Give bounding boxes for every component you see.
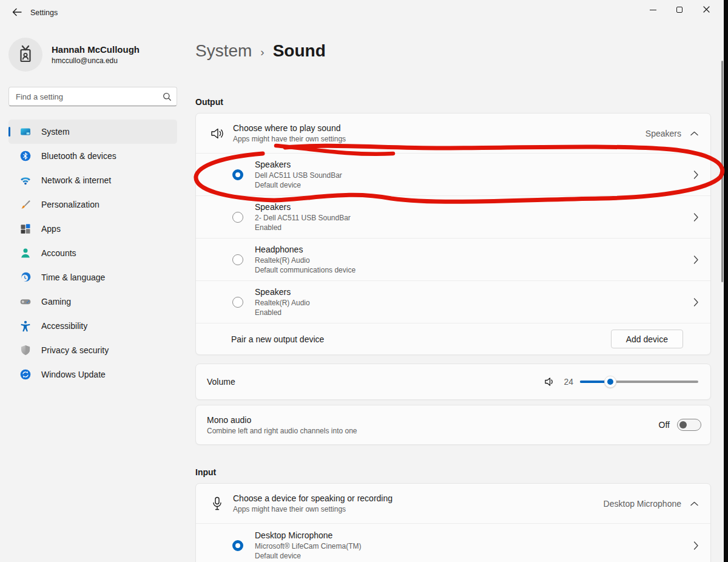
sidebar-item-accessibility[interactable]: Accessibility (8, 314, 177, 338)
window-controls (639, 0, 720, 19)
volume-slider-thumb[interactable] (604, 376, 616, 388)
breadcrumb-parent[interactable]: System (195, 41, 252, 61)
network-icon (19, 174, 32, 186)
breadcrumb: System › Sound (195, 41, 711, 61)
volume-row: Volume 24 (196, 364, 710, 399)
profile: Hannah McCullough hmccullo@unca.edu (8, 38, 177, 72)
sidebar-item-label: Accounts (41, 248, 76, 258)
radio-selected[interactable] (232, 540, 243, 551)
main-content: System › Sound Output Choose where to pl… (182, 24, 728, 562)
profile-name: Hannah McCullough (52, 44, 140, 55)
device-description: Realtek(R) Audio (255, 256, 693, 265)
chevron-right-icon[interactable] (693, 298, 698, 306)
output-device-row-speakers-realtek[interactable]: Speakers Realtek(R) Audio Enabled (196, 280, 710, 323)
search-input[interactable] (16, 92, 163, 101)
device-status: Enabled (255, 308, 693, 317)
mono-audio-toggle[interactable] (677, 419, 701, 431)
minimize-icon (650, 10, 656, 10)
sidebar-item-network-internet[interactable]: Network & internet (8, 168, 177, 192)
sidebar-item-label: Bluetooth & devices (41, 151, 116, 161)
sidebar-item-label: Windows Update (41, 370, 106, 379)
windows-update-icon (19, 368, 32, 381)
sidebar-item-label: Apps (41, 224, 61, 234)
accessibility-icon (19, 320, 32, 332)
volume-slider[interactable] (580, 376, 698, 388)
sidebar-item-gaming[interactable]: Gaming (8, 289, 177, 314)
device-name: Speakers (255, 287, 693, 297)
accounts-icon (19, 247, 32, 259)
maximize-button[interactable] (666, 0, 693, 19)
add-device-button[interactable]: Add device (611, 330, 683, 348)
search-box[interactable] (8, 87, 177, 106)
chevron-right-icon[interactable] (693, 256, 698, 264)
sidebar-item-apps[interactable]: Apps (8, 217, 177, 241)
sidebar: Hannah McCullough hmccullo@unca.edu Syst… (0, 24, 182, 562)
device-name: Speakers (255, 160, 693, 169)
volume-card: Volume 24 (195, 364, 711, 400)
output-card: Choose where to play sound Apps might ha… (195, 113, 711, 355)
sidebar-item-label: Accessibility (41, 321, 87, 331)
chevron-right-icon[interactable] (693, 213, 698, 222)
output-chooser-header[interactable]: Choose where to play sound Apps might ha… (196, 113, 710, 153)
sidebar-item-accounts[interactable]: Accounts (8, 241, 177, 265)
output-device-row-speakers-dell[interactable]: Speakers Dell AC511 USB SoundBar Default… (196, 153, 710, 195)
radio-selected[interactable] (232, 169, 243, 180)
sidebar-item-label: Personalization (41, 200, 99, 209)
device-description: Microsoft® LifeCam Cinema(TM) (255, 542, 693, 550)
output-device-row-speakers-dell-2[interactable]: Speakers 2- Dell AC511 USB SoundBar Enab… (196, 195, 710, 238)
titlebar: Settings (0, 0, 728, 24)
apps-icon (19, 223, 32, 235)
back-button[interactable] (7, 5, 27, 22)
device-status: Default communications device (255, 266, 693, 274)
gaming-icon (19, 296, 32, 308)
close-icon (703, 4, 710, 15)
radio-unselected[interactable] (232, 212, 243, 223)
sidebar-item-privacy-security[interactable]: Privacy & security (8, 338, 177, 362)
sidebar-item-label: Gaming (41, 297, 71, 306)
chevron-up-icon[interactable] (690, 501, 698, 506)
output-chooser-value: Speakers (645, 129, 681, 138)
sidebar-nav: System Bluetooth & devices Network & int… (8, 120, 177, 387)
sidebar-item-bluetooth-devices[interactable]: Bluetooth & devices (8, 144, 177, 168)
search-icon[interactable] (163, 92, 172, 101)
page-title: Sound (273, 41, 326, 61)
mono-audio-card: Mono audio Combine left and right audio … (195, 405, 711, 445)
input-section-label: Input (195, 467, 711, 477)
sidebar-item-time-language[interactable]: Time & language (8, 265, 177, 289)
time-language-icon (19, 271, 32, 283)
screen-edge-strip (724, 0, 728, 562)
sidebar-item-label: Privacy & security (41, 345, 109, 355)
bluetooth-icon (19, 150, 32, 162)
breadcrumb-separator-icon: › (260, 46, 264, 59)
chevron-right-icon[interactable] (693, 171, 698, 179)
device-status: Enabled (255, 223, 693, 232)
mono-audio-state: Off (659, 420, 670, 430)
microphone-icon (209, 496, 225, 511)
minimize-button[interactable] (639, 0, 666, 19)
chevron-up-icon[interactable] (690, 131, 698, 136)
pair-device-row: Pair a new output device Add device (196, 323, 710, 354)
device-status: Default device (255, 552, 693, 560)
radio-unselected[interactable] (232, 254, 243, 265)
sidebar-item-windows-update[interactable]: Windows Update (8, 362, 177, 387)
back-arrow-icon (12, 8, 22, 19)
device-name: Speakers (255, 202, 693, 212)
profile-email: hmccullo@unca.edu (52, 56, 140, 65)
input-chooser-subtitle: Apps might have their own settings (233, 505, 604, 513)
close-button[interactable] (693, 0, 720, 19)
input-card: Choose a device for speaking or recordin… (195, 483, 711, 562)
input-chooser-header[interactable]: Choose a device for speaking or recordin… (196, 484, 710, 523)
output-section-label: Output (195, 97, 711, 107)
radio-unselected[interactable] (232, 297, 243, 308)
mono-audio-title: Mono audio (207, 415, 659, 425)
scrollbar-thumb[interactable] (721, 61, 723, 282)
volume-speaker-icon[interactable] (544, 377, 554, 387)
device-description: 2- Dell AC511 USB SoundBar (255, 214, 693, 222)
output-device-row-headphones[interactable]: Headphones Realtek(R) Audio Default comm… (196, 238, 710, 280)
device-description: Realtek(R) Audio (255, 299, 693, 307)
sidebar-item-label: System (41, 127, 70, 137)
input-device-row-desktop-microphone[interactable]: Desktop Microphone Microsoft® LifeCam Ci… (196, 523, 710, 562)
sidebar-item-personalization[interactable]: Personalization (8, 192, 177, 217)
sidebar-item-system[interactable]: System (8, 120, 177, 144)
chevron-right-icon[interactable] (693, 541, 698, 550)
